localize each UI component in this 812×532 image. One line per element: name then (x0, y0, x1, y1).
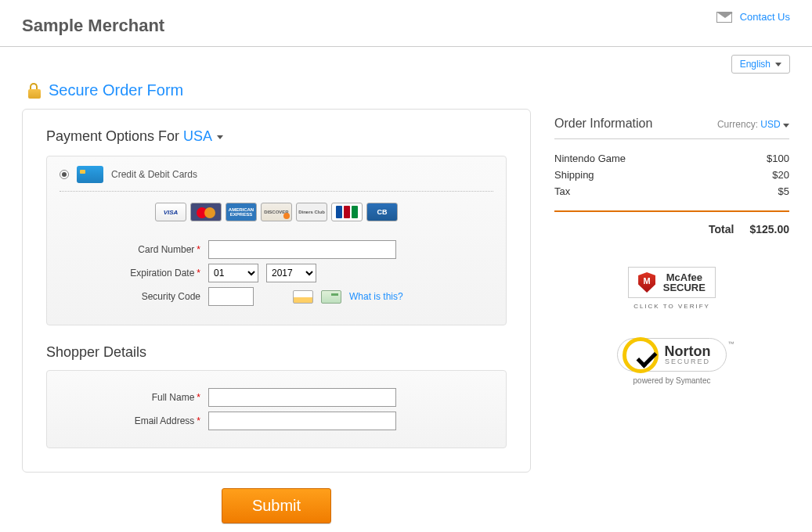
required-marker: * (197, 415, 200, 426)
mcafee-verify-text: CLICK TO VERIFY (554, 303, 789, 310)
visa-logo: VISA (155, 203, 186, 221)
currency-selector[interactable]: USD (760, 119, 789, 130)
card-number-label: Card Number (138, 244, 194, 255)
order-line: Tax$5 (554, 183, 789, 200)
checkmark-circle-icon (623, 337, 659, 373)
cb-logo: CB (366, 203, 398, 221)
mail-icon (716, 12, 732, 23)
norton-secured-badge[interactable]: NortonSECURED ™ powered by Symantec (554, 338, 789, 385)
shopper-details-header: Shopper Details (46, 344, 507, 361)
full-name-label: Full Name (152, 392, 195, 403)
order-line: Nintendo Game$100 (554, 150, 789, 167)
card-brand-logos: VISA AMERICAN EXPRESS DISCOVER Diners Cl… (60, 192, 493, 235)
top-bar: Sample Merchant Contact Us (0, 0, 812, 47)
jcb-logo (331, 203, 363, 221)
full-name-input[interactable] (208, 388, 396, 407)
chevron-down-icon (217, 135, 223, 139)
amex-logo: AMERICAN EXPRESS (226, 203, 257, 221)
cvv-back-icon (321, 290, 341, 304)
order-summary-column: Order Information Currency: USD Nintendo… (554, 109, 789, 385)
expiration-month-select[interactable]: 01 (208, 264, 258, 282)
credit-card-radio[interactable] (60, 170, 69, 179)
what-is-this-link[interactable]: What is this? (349, 291, 403, 302)
required-marker: * (197, 244, 200, 255)
shopper-details-box: Full Name* Email Address* (46, 370, 507, 448)
order-form-card: Payment Options For USA Credit & Debit C… (22, 109, 531, 473)
order-line: Shipping$20 (554, 167, 789, 183)
currency-label: Currency: (717, 119, 758, 130)
required-marker: * (197, 268, 200, 279)
norton-powered-by: powered by Symantec (554, 376, 789, 385)
payment-options-header: Payment Options For USA (46, 128, 507, 145)
card-icon (77, 166, 103, 183)
payment-option-box: Credit & Debit Cards VISA AMERICAN EXPRE… (46, 156, 507, 325)
order-total-label: Total (709, 223, 734, 235)
email-input[interactable] (208, 412, 396, 430)
merchant-title: Sample Merchant (22, 16, 164, 36)
contact-link-wrap: Contact Us (716, 11, 790, 23)
contact-us-link[interactable]: Contact Us (740, 11, 790, 23)
cvv-front-icon (293, 290, 313, 304)
chevron-down-icon (775, 63, 781, 66)
credit-card-option-label: Credit & Debit Cards (111, 169, 197, 180)
order-total-row: Total $125.00 (554, 212, 789, 235)
discover-logo: DISCOVER (261, 203, 292, 221)
lock-icon (28, 83, 41, 99)
security-code-label: Security Code (142, 291, 200, 302)
expiration-year-select[interactable]: 2017 (266, 264, 316, 282)
security-code-input[interactable] (208, 287, 254, 306)
submit-button[interactable]: Submit (222, 488, 331, 523)
page-title-row: Secure Order Form (0, 74, 812, 109)
email-label: Email Address (135, 415, 195, 426)
mastercard-logo (190, 203, 222, 221)
card-number-input[interactable] (208, 240, 396, 259)
shield-icon: M (638, 272, 655, 293)
order-information-title: Order Information (554, 117, 652, 131)
order-total-value: $125.00 (749, 223, 789, 235)
expiration-label: Expiration Date (130, 268, 194, 279)
mcafee-secure-badge[interactable]: M McAfeeSECURE (628, 267, 716, 298)
required-marker: * (197, 392, 200, 403)
language-label: English (740, 59, 770, 70)
country-selector[interactable]: USA (183, 128, 223, 144)
language-selector[interactable]: English (731, 55, 790, 74)
chevron-down-icon (783, 124, 789, 128)
diners-logo: Diners Club (296, 203, 327, 221)
page-title: Secure Order Form (49, 81, 183, 99)
